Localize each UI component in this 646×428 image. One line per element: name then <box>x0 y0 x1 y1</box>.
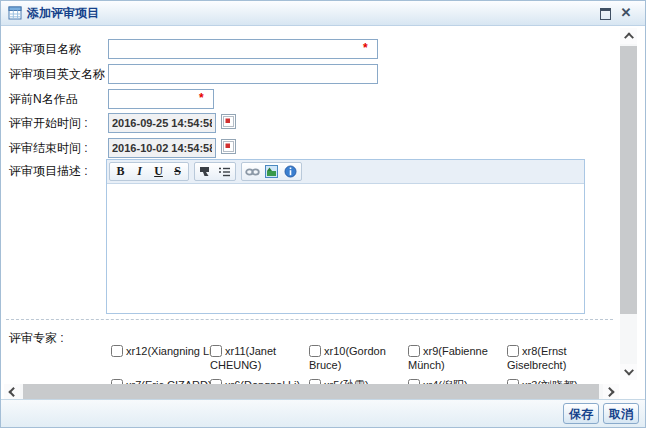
chevron-up-icon <box>624 32 634 42</box>
required-asterisk: * <box>363 41 368 55</box>
insert-button-group <box>241 162 302 181</box>
start-time-input[interactable] <box>108 113 216 133</box>
expert-checkbox-item[interactable]: xr8(Ernst Giselbrecht) <box>507 344 606 372</box>
editor-toolbar: B I U S <box>107 160 584 184</box>
project-name-en-label: 评审项目英文名称 <box>9 64 105 84</box>
expert-checkbox-item[interactable]: xr12(Xiangning Li) <box>111 344 210 372</box>
project-name-label: 评审项目名称 <box>9 39 81 59</box>
section-divider <box>6 319 613 320</box>
form-scroll-area: 评审项目名称 * 评审项目英文名称 评前N名作品 * 评审开始时间 : 评审结束… <box>1 26 621 384</box>
blockquote-button[interactable] <box>196 164 215 179</box>
project-name-input[interactable] <box>108 39 378 59</box>
chevron-left-icon <box>8 387 18 397</box>
expert-checkbox-item[interactable]: xr10(Gordon Bruce) <box>309 344 408 372</box>
scroll-right-button[interactable] <box>603 384 619 399</box>
horizontal-scrollbar[interactable] <box>4 384 619 399</box>
dialog-body: 评审项目名称 * 评审项目英文名称 评前N名作品 * 评审开始时间 : 评审结束… <box>1 26 645 399</box>
list-icon <box>218 166 231 178</box>
expert-checkbox[interactable] <box>111 345 123 357</box>
scroll-left-button[interactable] <box>4 384 20 399</box>
required-asterisk: * <box>199 91 204 105</box>
info-icon <box>284 165 297 178</box>
calendar-icon <box>223 116 234 127</box>
add-review-project-dialog: 添加评审项目 ✕ 评审项目名称 * 评审项目英文名称 评前N名作品 * 评审开始… <box>0 0 646 428</box>
horizontal-scrollbar-thumb[interactable] <box>23 384 599 399</box>
window-grid-icon <box>8 6 22 23</box>
image-icon <box>265 165 278 178</box>
expert-checkbox[interactable] <box>210 345 222 357</box>
calendar-icon <box>223 141 234 152</box>
bold-button[interactable]: B <box>111 164 130 179</box>
chevron-right-icon <box>605 387 615 397</box>
scroll-up-button[interactable] <box>620 28 637 44</box>
strikethrough-button[interactable]: S <box>168 164 187 179</box>
vertical-scrollbar[interactable] <box>620 28 637 380</box>
chevron-down-icon <box>624 366 634 376</box>
list-button[interactable] <box>215 164 234 179</box>
maximize-button[interactable] <box>598 6 612 20</box>
start-time-calendar-button[interactable] <box>221 114 236 129</box>
description-editor-body[interactable] <box>107 184 584 313</box>
underline-button[interactable]: U <box>149 164 168 179</box>
experts-row-1: xr12(Xiangning Li) xr11(Janet CHEUNG) xr… <box>111 344 606 372</box>
insert-link-button[interactable] <box>243 164 262 179</box>
project-name-en-input[interactable] <box>108 64 378 84</box>
end-time-calendar-button[interactable] <box>221 139 236 154</box>
save-button[interactable]: 保存 <box>563 403 599 424</box>
window-titlebar: 添加评审项目 ✕ <box>1 1 645 26</box>
insert-image-button[interactable] <box>262 164 281 179</box>
description-editor: B I U S <box>106 159 585 314</box>
close-button[interactable]: ✕ <box>619 6 633 20</box>
vertical-scrollbar-thumb[interactable] <box>620 46 637 314</box>
expert-checkbox[interactable] <box>408 345 420 357</box>
expert-checkbox[interactable] <box>507 345 519 357</box>
scroll-down-button[interactable] <box>620 364 637 380</box>
format-button-group: B I U S <box>109 162 189 181</box>
start-time-label: 评审开始时间 : <box>9 113 88 133</box>
end-time-input[interactable] <box>108 138 216 158</box>
top-n-works-label: 评前N名作品 <box>9 89 78 109</box>
expert-checkbox[interactable] <box>309 345 321 357</box>
list-button-group <box>194 162 236 181</box>
dialog-title: 添加评审项目 <box>27 1 99 25</box>
cancel-button[interactable]: 取消 <box>603 403 639 424</box>
experts-label: 评审专家 : <box>9 328 64 348</box>
end-time-label: 评审结束时间 : <box>9 138 88 158</box>
italic-button[interactable]: I <box>130 164 149 179</box>
expert-checkbox-item[interactable]: xr9(Fabienne Münch) <box>408 344 507 372</box>
dialog-footer: 保存 取消 <box>1 399 645 427</box>
blockquote-icon <box>199 166 212 178</box>
expert-checkbox-item[interactable]: xr11(Janet CHEUNG) <box>210 344 309 372</box>
description-label: 评审项目描述 : <box>9 161 88 181</box>
link-icon <box>245 167 260 177</box>
maximize-icon <box>600 8 611 20</box>
expert-name: xr12(Xiangning Li) <box>126 345 215 357</box>
about-button[interactable] <box>281 164 300 179</box>
